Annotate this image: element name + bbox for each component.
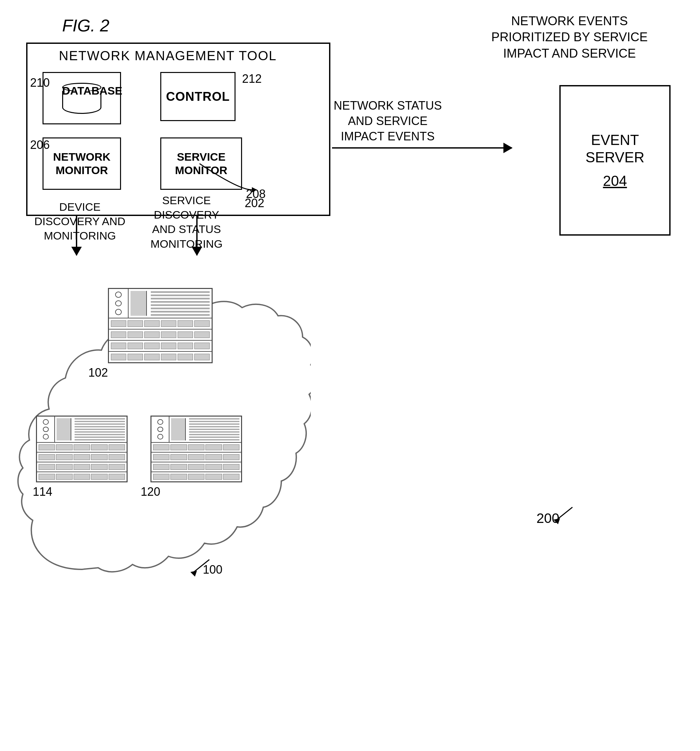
device-discovery-label: DEVICE DISCOVERY AND MONITORING [34,199,125,243]
figure-title: FIG. 2 [62,16,109,36]
event-server-number: 204 [603,173,627,189]
network-status-label: NETWORK STATUS AND SERVICE IMPACT EVENTS [334,98,442,144]
event-server-label: EVENT SERVER [561,131,669,166]
arrow-down-sm [196,216,197,255]
control-box: CONTROL [160,72,236,121]
label-114: 114 [33,485,128,499]
database-label: DATABASE [62,84,122,97]
nmt-label: NETWORK MANAGEMENT TOOL [59,48,277,63]
top-right-label: NETWORK EVENTS PRIORITIZED BY SERVICE IM… [491,13,648,62]
label-202: 202 [245,196,264,210]
arrow-to-event-server [332,147,512,148]
svg-line-1 [193,559,209,573]
arrow-100 [183,553,216,579]
arrow-down-nm [76,216,77,255]
label-102: 102 [88,366,213,380]
server-114: 114 [36,416,128,499]
server-120: 120 [151,416,242,499]
database-box [43,72,121,124]
label-120: 120 [141,485,242,499]
svg-marker-0 [252,187,257,192]
network-monitor-label: NETWORK MONITOR [53,150,111,177]
event-server-box: EVENT SERVER 204 [559,85,671,236]
svg-marker-2 [190,571,197,576]
diagram-container: FIG. 2 NETWORK EVENTS PRIORITIZED BY SER… [0,0,700,751]
nmt-box [26,43,330,216]
connector-202-svg [193,124,275,206]
server-102: 102 [108,288,213,380]
svg-line-3 [556,507,572,520]
arrow-200 [546,501,579,527]
control-number: 212 [242,72,262,86]
control-label: CONTROL [166,90,230,104]
svg-marker-4 [554,518,560,524]
network-monitor-box: NETWORK MONITOR [43,138,121,190]
